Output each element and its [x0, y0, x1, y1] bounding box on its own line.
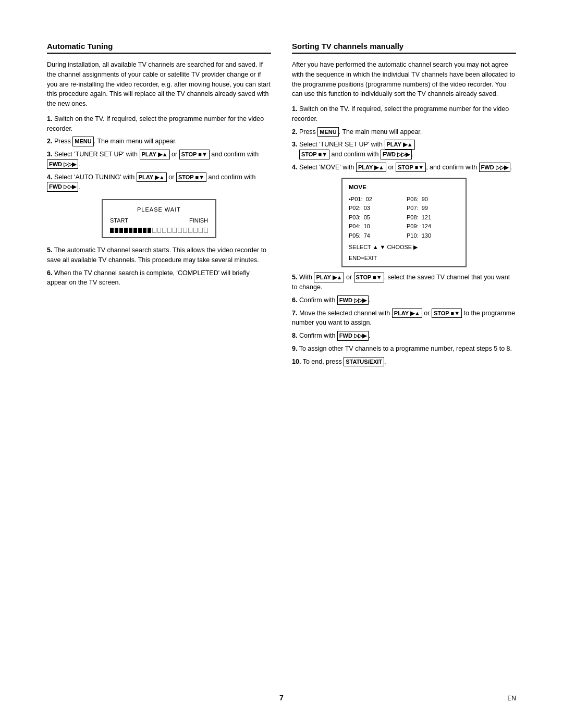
seg-19: [199, 228, 203, 233]
move-row-4-col2: P09: 124: [407, 222, 459, 231]
right-fwd-btn-2: FWD ▷▷▶: [479, 163, 510, 172]
seg-16: [183, 228, 187, 233]
right-play-btn-2: PLAY ▶▲: [356, 163, 386, 172]
right-step-4: 4. Select 'MOVE' with PLAY ▶▲ or STOP ■▼…: [292, 163, 516, 172]
left-steps-after: 5. The automatic TV channel search start…: [47, 245, 271, 288]
please-wait-text: PLEASE WAIT: [110, 205, 208, 214]
right-step-num-6: 6.: [292, 297, 297, 304]
left-column: Automatic Tuning During installation, al…: [47, 42, 271, 369]
move-row-5-col1: P05: 74: [349, 231, 401, 240]
right-column: Sorting TV channels manually After you h…: [292, 42, 516, 369]
left-steps-list: 1. Switch on the TV. If required, select…: [47, 114, 271, 192]
seg-14: [173, 228, 177, 233]
move-screen: MOVE •P01: 02 P06: 90 P02: 03 P07: 99 P0…: [341, 178, 467, 268]
seg-4: [124, 228, 128, 233]
fwd-btn-2: FWD ▷▷▶: [47, 182, 78, 192]
left-step-5: 5. The automatic TV channel search start…: [47, 245, 271, 265]
right-step-6: 6. Confirm with FWD ▷▷▶.: [292, 295, 516, 305]
move-row-2-col2: P07: 99: [407, 204, 459, 213]
right-step-9: 9. To assign other TV channels to a prog…: [292, 344, 516, 354]
move-row-1-col2: P06: 90: [407, 195, 459, 204]
left-step-6: 6. When the TV channel search is complet…: [47, 268, 271, 288]
step-num-4: 4.: [47, 174, 52, 181]
left-step-2: 2. Press MENU. The main menu will appear…: [47, 137, 271, 146]
move-grid: •P01: 02 P06: 90 P02: 03 P07: 99 P03: 05…: [349, 195, 459, 240]
seg-1: [110, 228, 114, 233]
right-step-num-9: 9.: [292, 345, 297, 352]
step-num-2: 2.: [47, 138, 52, 145]
right-step-num-1: 1.: [292, 105, 297, 113]
seg-11: [157, 228, 162, 233]
fwd-btn-1: FWD ▷▷▶: [47, 159, 78, 169]
right-step-num-4: 4.: [292, 164, 297, 171]
right-step-3: 3. Select 'TUNER SET UP' with PLAY ▶▲ ST…: [292, 140, 516, 159]
seg-15: [178, 228, 182, 233]
language-label: EN: [507, 695, 516, 702]
page-number: 7: [279, 694, 284, 702]
right-step-num-2: 2.: [292, 128, 297, 135]
right-play-btn-3: PLAY ▶▲: [314, 273, 344, 282]
step-num-1: 1.: [47, 115, 52, 122]
right-play-btn-1: PLAY ▶▲: [385, 140, 415, 150]
page-container: Automatic Tuning During installation, al…: [0, 0, 563, 728]
please-wait-screen: PLEASE WAIT START FINISH: [102, 199, 216, 238]
move-row-1-col1: •P01: 02: [349, 195, 401, 204]
move-footer-select: SELECT ▲ ▼ CHOOSE ▶: [349, 243, 459, 252]
right-stop-btn-4: STOP ■▼: [432, 309, 462, 318]
play-btn-2: PLAY ▶▲: [137, 172, 167, 182]
menu-btn-1: MENU: [72, 137, 93, 146]
seg-8: [143, 228, 146, 233]
step-num-6: 6.: [47, 269, 52, 277]
progress-bar: [110, 228, 208, 233]
right-step-7: 7. Move the selected channel with PLAY ▶…: [292, 309, 516, 328]
screen-labels: START FINISH: [110, 216, 208, 225]
left-step-4: 4. Select 'AUTO TUNING' with PLAY ▶▲ or …: [47, 172, 271, 192]
right-section-body: After you have performed the automatic c…: [292, 60, 516, 366]
move-footer-end: END=EXIT: [349, 254, 459, 263]
left-step-3: 3. Select 'TUNER SET UP' with PLAY ▶▲ or…: [47, 150, 271, 169]
left-intro: During installation, all available TV ch…: [47, 60, 271, 109]
move-row-5-col2: P10: 130: [407, 231, 459, 240]
right-steps-list: 1. Switch on the TV. If required, select…: [292, 104, 516, 172]
seg-13: [167, 228, 172, 233]
right-play-btn-4: PLAY ▶▲: [392, 309, 422, 318]
right-menu-btn: MENU: [317, 127, 338, 137]
move-row-3-col1: P03: 05: [349, 213, 401, 222]
start-label: START: [110, 216, 128, 225]
right-step-5: 5. With PLAY ▶▲ or STOP ■▼, select the s…: [292, 273, 516, 292]
right-step-10: 10. To end, press STATUS/EXIT.: [292, 357, 516, 367]
seg-6: [133, 228, 137, 233]
right-stop-btn-2: STOP ■▼: [396, 163, 426, 172]
status-exit-btn: STATUS/EXIT: [344, 357, 384, 367]
right-fwd-btn-3: FWD ▷▷▶: [337, 295, 369, 305]
page-footer: 7: [0, 694, 563, 702]
right-steps-after: 5. With PLAY ▶▲ or STOP ■▼, select the s…: [292, 273, 516, 366]
seg-9: [148, 228, 151, 233]
right-step-1: 1. Switch on the TV. If required, select…: [292, 104, 516, 124]
two-column-layout: Automatic Tuning During installation, al…: [47, 42, 516, 369]
step-num-3: 3.: [47, 151, 52, 158]
left-section-body: During installation, all available TV ch…: [47, 60, 271, 288]
stop-btn-2: STOP ■▼: [176, 172, 206, 182]
move-row-2-col1: P02: 03: [349, 204, 401, 213]
step-num-5: 5.: [47, 246, 52, 254]
right-intro: After you have performed the automatic c…: [292, 60, 516, 99]
seg-10: [152, 228, 156, 233]
right-stop-btn-3: STOP ■▼: [354, 273, 384, 282]
left-step-1: 1. Switch on the TV. If required, select…: [47, 114, 271, 134]
left-section-title: Automatic Tuning: [47, 42, 271, 54]
play-btn-1: PLAY ▶▲: [140, 150, 170, 159]
right-section-title: Sorting TV channels manually: [292, 42, 516, 54]
seg-20: [204, 228, 208, 233]
seg-7: [138, 228, 142, 233]
right-step-8: 8. Confirm with FWD ▷▷▶.: [292, 331, 516, 341]
right-step-num-10: 10.: [292, 358, 301, 365]
finish-label: FINISH: [189, 216, 208, 225]
right-step-num-3: 3.: [292, 141, 297, 148]
seg-5: [129, 228, 132, 233]
seg-17: [188, 228, 192, 233]
seg-18: [193, 228, 198, 233]
move-row-4-col1: P04: 10: [349, 222, 401, 231]
right-stop-btn-1: STOP ■▼: [299, 150, 329, 159]
right-fwd-btn-4: FWD ▷▷▶: [337, 331, 369, 341]
